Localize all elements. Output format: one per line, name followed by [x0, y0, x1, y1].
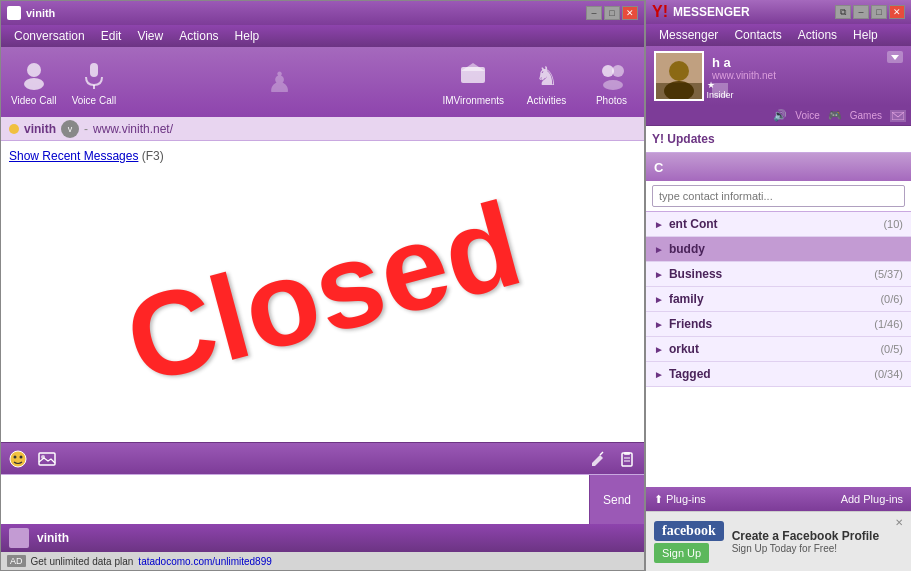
send-button[interactable]: Send [589, 475, 644, 524]
svg-rect-13 [39, 453, 55, 465]
message-input[interactable] [1, 475, 589, 524]
group-friends: ► Friends (1/46) [646, 312, 911, 337]
group-header-friends[interactable]: ► Friends (1/46) [646, 312, 911, 336]
group-header-family[interactable]: ► family (0/6) [646, 287, 911, 311]
app-icon [7, 6, 21, 20]
group-header-recent[interactable]: ► ent Cont (10) [646, 212, 911, 236]
messenger-menu-messenger[interactable]: Messenger [651, 26, 726, 44]
messenger-menu-contacts[interactable]: Contacts [726, 26, 789, 44]
ad-link[interactable]: tatadocomo.com/unlimited899 [138, 556, 271, 567]
group-name-friends: Friends [669, 317, 869, 331]
fb-ad-close[interactable]: ✕ [895, 517, 903, 528]
email-icon[interactable] [890, 110, 906, 122]
messenger-window-controls: ⧉ – □ ✕ [835, 5, 905, 19]
menu-view[interactable]: View [129, 27, 171, 45]
voice-icon: 🔊 [773, 109, 787, 122]
ad-label: AD [7, 555, 26, 567]
profile-avatar [654, 51, 704, 101]
user-separator: - [84, 122, 88, 136]
yahoo-logo: Y! [652, 3, 668, 21]
voice-call-icon [78, 59, 110, 91]
group-header-orkut[interactable]: ► orkut (0/5) [646, 337, 911, 361]
plugins-bar: ⬆ Plug-ins Add Plug-ins [646, 487, 911, 511]
video-call-button[interactable]: Video Call [11, 59, 56, 106]
imvironments-button[interactable]: IMVironments [443, 59, 505, 106]
image-button[interactable] [35, 448, 59, 470]
menu-conversation[interactable]: Conversation [6, 27, 93, 45]
edit-button[interactable] [586, 448, 610, 470]
group-header-tagged[interactable]: ► Tagged (0/34) [646, 362, 911, 386]
clipboard-button[interactable] [615, 448, 639, 470]
close-button[interactable]: ✕ [622, 6, 638, 20]
activities-icon: ♞ [531, 59, 563, 91]
status-dot [9, 124, 19, 134]
messenger-restore-button[interactable]: ⧉ [835, 5, 851, 19]
profile-icons: ★ Insider [712, 83, 879, 97]
add-plugins-button[interactable]: Add Plug-ins [841, 493, 903, 505]
group-tagged: ► Tagged (0/34) [646, 362, 911, 387]
group-count-recent: (10) [883, 218, 903, 230]
menu-actions[interactable]: Actions [171, 27, 226, 45]
minimize-button[interactable]: – [586, 6, 602, 20]
group-name-orkut: orkut [669, 342, 875, 356]
messenger-minimize-button[interactable]: – [853, 5, 869, 19]
messenger-maximize-button[interactable]: □ [871, 5, 887, 19]
group-name-family: family [669, 292, 875, 306]
imvironments-icon [457, 59, 489, 91]
group-count-family: (0/6) [880, 293, 903, 305]
messenger-menu-bar: Messenger Contacts Actions Help [646, 24, 911, 46]
updates-section: Y! Updates [646, 126, 911, 153]
ad-text: Get unlimited data plan [31, 556, 134, 567]
user-profile-section: h a www.vinith.net ★ Insider [646, 46, 911, 106]
group-header-buddy[interactable]: ► buddy [646, 237, 911, 261]
search-bar-container [646, 181, 911, 212]
message-input-area: Send [1, 474, 644, 524]
emoji-button[interactable] [6, 448, 30, 470]
fb-ad-content: Create a Facebook Profile Sign Up Today … [732, 529, 887, 554]
messenger-menu-help[interactable]: Help [845, 26, 886, 44]
chat-toolbar: Video Call Voice Call ♟ [1, 47, 644, 117]
fb-ad-subtitle: Sign Up Today for Free! [732, 543, 887, 554]
show-recent-messages-link[interactable]: Show Recent Messages [9, 149, 138, 163]
svg-point-12 [20, 455, 23, 458]
contacts-header: C [646, 153, 911, 181]
menu-edit[interactable]: Edit [93, 27, 130, 45]
group-arrow-family: ► [654, 294, 664, 305]
menu-bar: Conversation Edit View Actions Help [1, 25, 644, 47]
voice-label[interactable]: Voice [795, 110, 819, 121]
games-label[interactable]: Games [850, 110, 882, 121]
group-name-business: Business [669, 267, 869, 281]
photos-icon [596, 59, 628, 91]
group-arrow-buddy: ► [654, 244, 664, 255]
window-title: vinith [26, 7, 55, 19]
svg-rect-2 [90, 63, 98, 77]
contact-list: ► ent Cont (10) ► buddy ► Business (5/37… [646, 212, 911, 487]
profile-link[interactable]: www.vinith.net [712, 70, 879, 81]
facebook-signup-button[interactable]: Sign Up [654, 543, 709, 563]
svg-line-15 [600, 452, 603, 455]
contact-search-input[interactable] [652, 185, 905, 207]
user-website-link[interactable]: www.vinith.net/ [93, 122, 173, 136]
voice-games-bar: 🔊 Voice 🎮 Games [646, 106, 911, 126]
user-bar: vinith v - www.vinith.net/ [1, 117, 644, 141]
insider-badge[interactable]: ★ Insider [712, 83, 728, 97]
group-arrow-friends: ► [654, 319, 664, 330]
group-buddy: ► buddy [646, 237, 911, 262]
dropdown-arrow[interactable] [887, 51, 903, 63]
svg-rect-23 [656, 83, 702, 99]
messenger-menu-actions[interactable]: Actions [790, 26, 845, 44]
voice-call-button[interactable]: Voice Call [71, 59, 116, 106]
svg-rect-17 [624, 452, 630, 455]
updates-header: Y! Updates [652, 130, 905, 148]
facebook-logo: facebook [654, 521, 724, 541]
chat-window: vinith – □ ✕ Conversation Edit View Acti… [0, 0, 645, 571]
show-recent-key: (F3) [142, 149, 164, 163]
activities-button[interactable]: ♞ Activities [524, 59, 569, 106]
messenger-panel: Y! MESSENGER ⧉ – □ ✕ Messenger Contacts … [645, 0, 911, 571]
photos-button[interactable]: Photos [589, 59, 634, 106]
group-header-business[interactable]: ► Business (5/37) [646, 262, 911, 286]
maximize-button[interactable]: □ [604, 6, 620, 20]
menu-help[interactable]: Help [227, 27, 268, 45]
title-bar: vinith – □ ✕ [1, 1, 644, 25]
messenger-close-button[interactable]: ✕ [889, 5, 905, 19]
